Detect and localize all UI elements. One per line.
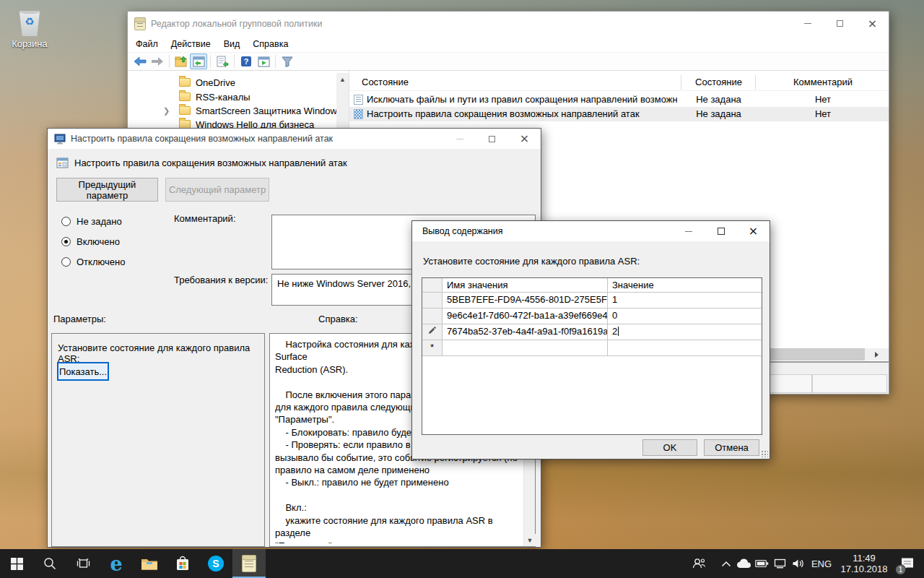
help-icon[interactable]: ? bbox=[237, 53, 255, 69]
column-header-name[interactable]: Состояние bbox=[362, 77, 409, 87]
chevron-right-icon[interactable]: ❯ bbox=[163, 106, 170, 116]
skype-button[interactable]: S bbox=[199, 549, 232, 578]
scroll-right-icon[interactable] bbox=[866, 348, 887, 361]
back-icon[interactable] bbox=[131, 53, 149, 69]
radio-icon bbox=[61, 257, 71, 267]
edge-icon: e bbox=[110, 554, 122, 574]
table-row-new[interactable]: * bbox=[422, 340, 762, 356]
resize-grip[interactable] bbox=[761, 450, 768, 457]
ok-button[interactable]: OK bbox=[642, 439, 697, 456]
maximize-button[interactable] bbox=[476, 129, 508, 149]
column-header-state[interactable]: Состояние bbox=[681, 77, 756, 87]
menu-action[interactable]: Действие bbox=[165, 37, 217, 51]
cancel-button[interactable]: Отмена bbox=[704, 439, 759, 456]
recycle-bin[interactable]: ♻ Корзина bbox=[6, 9, 53, 49]
menu-help[interactable]: Справка bbox=[246, 37, 295, 51]
policy-dialog-titlebar[interactable]: Настроить правила сокращения возможных н… bbox=[48, 129, 541, 149]
gpedit-app-icon bbox=[242, 555, 256, 572]
dialog-title: Настроить правила сокращения возможных н… bbox=[71, 134, 333, 144]
forward-icon[interactable] bbox=[149, 53, 166, 69]
scroll-up-icon[interactable]: ▲ bbox=[336, 73, 349, 85]
recycle-bin-label: Корзина bbox=[6, 38, 53, 49]
folder-icon bbox=[179, 78, 191, 87]
next-setting-button[interactable]: Следующий параметр bbox=[165, 178, 269, 202]
dialog-title: Вывод содержания bbox=[422, 226, 503, 236]
radio-enabled[interactable]: Включено bbox=[61, 236, 120, 247]
tree-item-smartscreen[interactable]: ❯ SmartScreen Защитника Windows bbox=[128, 103, 336, 118]
close-button[interactable]: × bbox=[508, 129, 541, 149]
table-row[interactable]: 9e6c4e1f-7d60-472f-ba1a-a39ef669e4b2 0 bbox=[422, 309, 762, 324]
show-button[interactable]: Показать... bbox=[57, 362, 109, 381]
notification-badge: 1 bbox=[895, 564, 906, 575]
row-selector-header bbox=[422, 278, 443, 293]
taskbar: e S bbox=[0, 549, 924, 578]
menubar: Файл Действие Вид Справка bbox=[128, 35, 889, 53]
gpedit-titlebar[interactable]: Редактор локальной групповой политики × bbox=[128, 12, 889, 35]
options-label: Параметры: bbox=[53, 314, 106, 324]
action-center-button[interactable]: 1 bbox=[892, 549, 923, 578]
tree-item-onedrive[interactable]: OneDrive bbox=[128, 75, 336, 90]
show-contents-dialog: Вывод содержания × Установите состояние … bbox=[411, 220, 770, 460]
supported-on-label: Требования к версии: bbox=[174, 275, 268, 285]
previous-setting-button[interactable]: Предыдущий параметр bbox=[56, 178, 158, 202]
table-row[interactable]: 5BEB7EFE-FD9A-4556-801D-275E5FFC... 1 bbox=[422, 293, 762, 309]
close-button[interactable]: × bbox=[856, 12, 889, 35]
network-icon[interactable] bbox=[771, 549, 789, 578]
file-explorer-icon bbox=[141, 557, 158, 571]
tab-standard[interactable] bbox=[812, 374, 887, 393]
edge-button[interactable]: e bbox=[100, 549, 133, 578]
minimize-button bbox=[443, 129, 476, 149]
window-title: Редактор локальной групповой политики bbox=[151, 19, 322, 29]
list-row-configure-asr[interactable]: Настроить правила сокращения возможных н… bbox=[349, 107, 889, 121]
store-button[interactable] bbox=[166, 549, 199, 578]
search-button[interactable] bbox=[33, 549, 66, 578]
maximize-button[interactable] bbox=[705, 221, 737, 241]
language-indicator[interactable]: ENG bbox=[807, 558, 836, 569]
gpedit-app-icon bbox=[134, 17, 146, 30]
console-tree-toggle-icon[interactable] bbox=[190, 53, 207, 69]
table-row-editing[interactable]: 7674ba52-37eb-4a4f-a9a1-f0f9a1619a2c 2 bbox=[422, 324, 762, 340]
radio-not-configured[interactable]: Не задано bbox=[61, 216, 122, 227]
minimize-button[interactable] bbox=[672, 221, 705, 241]
toolbar: ? bbox=[128, 53, 889, 71]
people-icon[interactable] bbox=[687, 549, 711, 578]
up-level-icon[interactable] bbox=[173, 53, 190, 69]
task-view-button[interactable] bbox=[66, 549, 100, 578]
file-explorer-button[interactable] bbox=[133, 549, 166, 578]
options-text: Установите состояние для каждого правила… bbox=[58, 342, 264, 364]
column-header-value-name[interactable]: Имя значения bbox=[443, 278, 608, 293]
filter-icon[interactable] bbox=[279, 53, 296, 69]
clock-date: 17.10.2018 bbox=[836, 564, 892, 574]
recycle-symbol-icon: ♻ bbox=[18, 16, 41, 27]
maximize-button[interactable] bbox=[824, 12, 856, 35]
gpedit-taskbar-button[interactable] bbox=[232, 549, 266, 578]
column-header-value[interactable]: Значение bbox=[608, 278, 762, 293]
close-button[interactable]: × bbox=[737, 221, 770, 241]
scroll-down-icon[interactable]: ▼ bbox=[524, 534, 536, 546]
export-list-icon[interactable] bbox=[214, 53, 231, 69]
policy-heading: Настроить правила сокращения возможных н… bbox=[56, 158, 347, 168]
options-panel: Установите состояние для каждого правила… bbox=[51, 333, 265, 547]
menu-file[interactable]: Файл bbox=[129, 37, 165, 51]
onedrive-icon[interactable] bbox=[735, 549, 753, 578]
search-icon bbox=[43, 557, 56, 570]
menu-view[interactable]: Вид bbox=[217, 37, 247, 51]
tray-chevron-icon[interactable] bbox=[717, 549, 735, 578]
battery-icon[interactable] bbox=[753, 549, 771, 578]
svg-text:?: ? bbox=[244, 57, 249, 66]
minimize-button[interactable] bbox=[791, 12, 824, 35]
setting-icon bbox=[354, 95, 363, 105]
list-row-exclude[interactable]: Исключать файлы и пути из правил сокраще… bbox=[349, 92, 889, 107]
svg-text:S: S bbox=[212, 558, 219, 569]
start-button[interactable] bbox=[0, 549, 33, 578]
radio-disabled[interactable]: Отключено bbox=[61, 256, 125, 267]
column-header-comment[interactable]: Комментарий bbox=[756, 77, 890, 87]
desktop: ♻ Корзина Редактор локальной групповой п… bbox=[0, 0, 924, 578]
folder-icon bbox=[179, 92, 191, 101]
show-window-icon[interactable] bbox=[255, 53, 272, 69]
tree-item-rss[interactable]: RSS-каналы bbox=[128, 90, 336, 104]
setting-selected-icon bbox=[354, 109, 363, 119]
show-contents-titlebar[interactable]: Вывод содержания × bbox=[412, 221, 770, 241]
volume-icon[interactable] bbox=[789, 549, 807, 578]
clock[interactable]: 11:49 17.10.2018 bbox=[836, 553, 892, 574]
